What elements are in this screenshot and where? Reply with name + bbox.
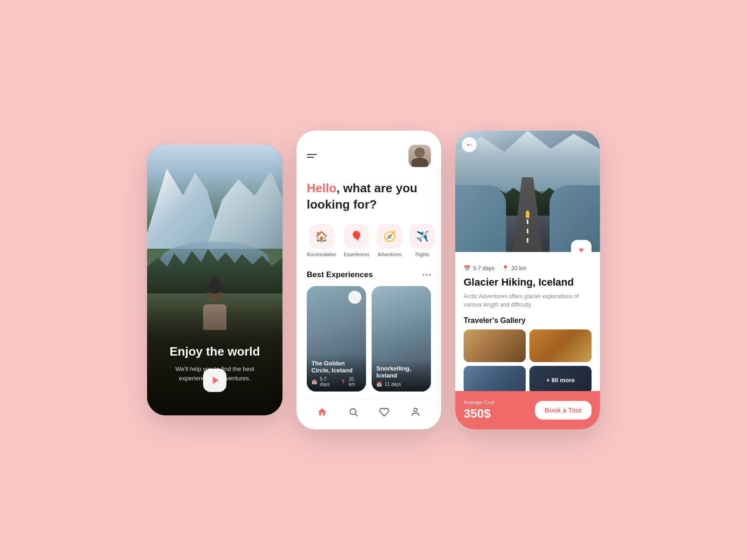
get-started-button[interactable] [203, 369, 226, 392]
category-flights[interactable]: ✈️ Flights [409, 224, 435, 257]
card2-name: Snorkelling, Iceland [376, 365, 426, 379]
detail-content: 📅 5-7 days 📍 20 km Glacier Hiking, Icela… [455, 252, 600, 401]
experience-card-1[interactable]: ♡ The Golden Circle, Iceland 📅 5-7 days … [307, 286, 366, 392]
road-center-line [527, 219, 529, 243]
phone-splash: Enjoy the world We'll help you to find t… [147, 145, 282, 415]
flights-icon-wrap: ✈️ [409, 224, 435, 249]
experiences-label: Experiences [344, 252, 369, 257]
home-header [307, 145, 431, 167]
booking-bar: Average Cost 350$ Book a Tour [455, 391, 600, 429]
nav-favorites[interactable] [378, 406, 390, 418]
calendar-meta-icon: 📅 [464, 265, 471, 272]
greeting-section: Hello, what are you looking for? [307, 180, 431, 213]
card1-name: The Golden Circle, Iceland [311, 360, 361, 374]
card2-days: 11 days [385, 382, 401, 387]
greeting-text: Hello, what are you looking for? [307, 180, 431, 213]
home-icon [317, 407, 327, 417]
trip-distance: 📍 20 km [502, 265, 527, 272]
experience-card-2[interactable]: Snorkelling, Iceland 📅 11 days [372, 286, 431, 392]
gallery-title: Traveler's Gallery [464, 316, 592, 325]
dot-1 [423, 274, 424, 276]
categories-row: 🏠 Accomodation 🎈 Experiences 🧭 Adventure… [307, 224, 431, 257]
location-icon: 📍 [340, 379, 346, 385]
adventures-label: Adventures [378, 252, 402, 257]
days-value: 5-7 days [473, 265, 494, 272]
card2-overlay: Snorkelling, Iceland 📅 11 days [372, 359, 431, 392]
more-options-button[interactable] [423, 274, 431, 276]
calendar-icon-2: 📅 [376, 382, 382, 387]
dot-3 [429, 274, 431, 276]
gallery-img-1 [464, 329, 526, 362]
card1-overlay: The Golden Circle, Iceland 📅 5-7 days 📍 … [307, 354, 366, 392]
phones-container: Enjoy the world We'll help you to find t… [147, 131, 600, 429]
phone-home: Hello, what are you looking for? 🏠 Accom… [296, 131, 441, 429]
heart-filled-icon: ♥ [579, 245, 584, 252]
section-title: Best Experiences [307, 270, 373, 280]
trip-days: 📅 5-7 days [464, 265, 494, 272]
avatar-image [409, 145, 431, 167]
category-adventures[interactable]: 🧭 Adventures [377, 224, 402, 257]
accommodation-label: Accomodation [307, 252, 336, 257]
gallery-item-1[interactable] [464, 329, 526, 362]
gallery-more-label: + 80 more [546, 377, 575, 384]
gallery-grid: + 80 more [464, 329, 592, 394]
gallery-item-3[interactable] [464, 366, 526, 394]
gallery-img-3 [464, 366, 526, 394]
distance-meta-icon: 📍 [502, 265, 509, 272]
nav-home[interactable] [316, 406, 328, 418]
gallery-more-overlay: + 80 more [529, 366, 592, 394]
svg-line-1 [355, 414, 358, 416]
back-arrow-icon: ← [466, 141, 472, 148]
person-head [207, 287, 223, 302]
greeting-hello: Hello [307, 181, 337, 195]
category-accommodation[interactable]: 🏠 Accomodation [307, 224, 336, 257]
detail-description: Arctic Adventures offers glacier explora… [464, 292, 592, 309]
heart-icon [379, 407, 389, 417]
phone-detail: ← ♥ 📅 5-7 days 📍 20 km Glacier Hiking, I… [455, 131, 600, 429]
gallery-img-2 [529, 329, 592, 362]
person-figure [198, 287, 231, 329]
flights-label: Flights [416, 252, 429, 257]
experiences-section-header: Best Experiences [307, 270, 431, 280]
chevron-right-icon [213, 377, 218, 384]
cost-label: Average Cost [464, 399, 494, 405]
card1-days: 5-7 days [320, 377, 338, 387]
search-icon [348, 407, 359, 417]
profile-icon [410, 407, 421, 417]
hamburger-line-1 [307, 154, 317, 155]
hero-water-left [455, 185, 506, 252]
bottom-navigation [307, 399, 431, 420]
calendar-icon: 📅 [311, 379, 317, 385]
book-tour-button[interactable]: Book a Tour [535, 401, 592, 420]
favorite-button[interactable]: ♥ [571, 240, 592, 252]
experiences-icon-wrap: 🎈 [344, 224, 369, 249]
detail-title: Glacier Hiking, Iceland [464, 276, 592, 288]
avatar[interactable] [409, 145, 431, 167]
detail-hero: ← ♥ [455, 131, 600, 252]
cost-section: Average Cost 350$ [464, 399, 494, 421]
nav-search[interactable] [347, 406, 359, 418]
gallery-item-2[interactable] [529, 329, 592, 362]
back-button[interactable]: ← [462, 137, 477, 152]
menu-button[interactable] [307, 154, 317, 158]
svg-point-0 [350, 409, 356, 415]
card2-meta: 📅 11 days [376, 382, 426, 387]
category-experiences[interactable]: 🎈 Experiences [344, 224, 369, 257]
hamburger-line-2 [307, 157, 314, 158]
trip-meta: 📅 5-7 days 📍 20 km [464, 265, 592, 272]
gallery-more-item[interactable]: + 80 more [529, 366, 592, 394]
road-person [526, 210, 529, 218]
splash-title: Enjoy the world [161, 344, 268, 359]
card1-meta: 📅 5-7 days 📍 20 km [311, 377, 361, 387]
dot-2 [426, 274, 428, 276]
person-body [203, 304, 226, 330]
distance-value: 20 km [511, 265, 527, 272]
svg-point-2 [414, 408, 417, 412]
card1-favorite-button[interactable]: ♡ [348, 291, 361, 304]
card1-distance: 20 km [349, 377, 361, 387]
accommodation-icon-wrap: 🏠 [309, 224, 334, 249]
cost-amount: 350$ [464, 406, 494, 421]
nav-profile[interactable] [409, 406, 422, 418]
person-hat [205, 284, 224, 294]
adventures-icon-wrap: 🧭 [377, 224, 402, 249]
